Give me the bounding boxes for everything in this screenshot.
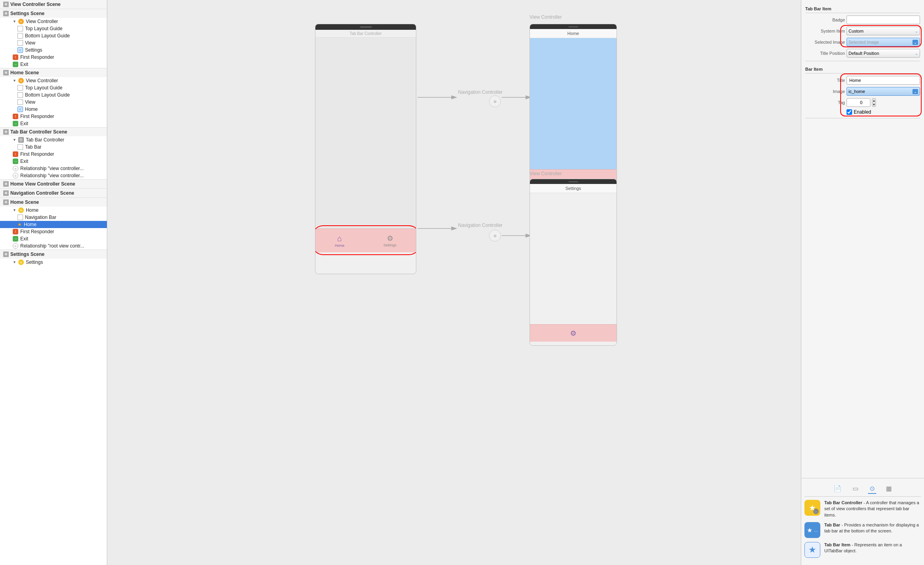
info-icon-tab-bar: ★ … — [804, 522, 820, 538]
icon-first-responder: ! — [13, 54, 18, 60]
title-position-label: Title Position — [805, 51, 845, 56]
scene-settings[interactable]: ⊞ Settings Scene — [0, 9, 107, 18]
tree-exit-settings[interactable]: → Exit — [0, 61, 107, 68]
arrow-to-nav2 — [418, 223, 457, 234]
badge-input[interactable] — [849, 17, 917, 22]
tree-top-layout-guide-home[interactable]: Top Layout Guide — [0, 84, 107, 91]
info-tab-bar: ★ … Tab Bar - Provides a mechanism for d… — [804, 522, 921, 538]
tree-tab-bar-controller[interactable]: ▼ ☰ Tab Bar Controller — [0, 136, 107, 143]
info-tab-bar-item: ★ Tab Bar Item - Represents an item on a… — [804, 542, 921, 558]
tree-exit-home[interactable]: → Exit — [0, 120, 107, 127]
tree-home-item[interactable]: ★ Home — [0, 221, 107, 228]
icon-tabs: 📄 ▭ ⊙ ▦ — [804, 482, 921, 497]
scene-home2[interactable]: ⊞ Home Scene — [0, 197, 107, 207]
scene-nav-ctrl[interactable]: ⊞ Navigation Controller Scene — [0, 188, 107, 197]
scene-settings2[interactable]: ⊞ Settings Scene — [0, 250, 107, 259]
scene-tab-bar-controller[interactable]: ⊞ Tab Bar Controller Scene — [0, 127, 107, 136]
tree-view-controller-home[interactable]: ▼ V View Controller — [0, 77, 107, 84]
tag-input[interactable] — [847, 98, 870, 107]
title-field[interactable]: Home — [847, 76, 920, 85]
stepper-down-button[interactable]: ▼ — [872, 103, 876, 106]
svg-marker-3 — [451, 226, 457, 230]
iphone-tab-bar-ctrl: Tab Bar Controller ⌂ Home ⚙ Settings — [315, 24, 416, 274]
tree-view-controller-settings[interactable]: ▼ V View Controller — [0, 18, 107, 25]
tree-exit-home2[interactable]: → Exit — [0, 235, 107, 242]
iphone-home: Home — [530, 24, 617, 191]
arrow-to-home — [502, 91, 532, 103]
right-panel: Tab Bar Item Badge System Item Custom ⌄ … — [801, 0, 924, 565]
left-panel: ⊞ View Controller Scene ⊞ Settings Scene… — [0, 0, 107, 565]
tree-rel1[interactable]: ○ Relationship "view controller... — [0, 165, 107, 172]
image-label: Image — [805, 89, 845, 94]
system-item-row: System Item Custom ⌄ — [805, 27, 920, 35]
nav-circle2: ⊗ — [489, 230, 501, 242]
section-tab-bar-item: Tab Bar Item — [805, 4, 920, 13]
tree-nav-bar[interactable]: Navigation Bar — [0, 214, 107, 221]
tree-top-layout-guide-settings[interactable]: Top Layout Guide — [0, 25, 107, 32]
tree-settings2[interactable]: ▼ N Settings — [0, 259, 107, 266]
selected-image-select[interactable]: Selected Image ⌄ — [847, 38, 920, 46]
icon-tab-bar-ctrl: ☰ — [18, 137, 24, 143]
title-position-select[interactable]: Default Position ⌄ — [847, 49, 920, 58]
tree-home-nav[interactable]: < Home — [0, 106, 107, 113]
tab-circle-icon[interactable]: ⊙ — [868, 484, 876, 494]
inspector-bottom: 📄 ▭ ⊙ ▦ ★ … Tab Bar Controller - A contr… — [801, 478, 924, 565]
iphone-settings: Settings ⚙ — [530, 179, 617, 346]
selected-image-label: Selected Image — [805, 40, 845, 45]
stepper-up-button[interactable]: ▲ — [872, 99, 876, 103]
icon-nav: < — [17, 47, 23, 53]
badge-row: Badge — [805, 15, 920, 24]
scene-icon: ⊞ — [3, 129, 9, 135]
tab-view-icon[interactable]: ▭ — [851, 484, 860, 494]
scene-home-vc[interactable]: ⊞ Home View Controller Scene — [0, 179, 107, 188]
tree-rel-root[interactable]: ○ Relationship "root view contr... — [0, 242, 107, 250]
info-text-tab-bar-item: Tab Bar Item - Represents an item on a U… — [824, 542, 921, 554]
canvas: Tab Bar Controller Tab Bar Controller ⌂ … — [107, 0, 801, 565]
icon-home-nav: N — [18, 207, 24, 213]
tab-settings[interactable]: ⚙ Settings — [383, 234, 396, 247]
badge-field[interactable] — [847, 15, 920, 24]
icon-nav: < — [17, 106, 23, 112]
chevron-down-icon: ⌄ — [915, 51, 918, 56]
tree-bottom-layout-guide-settings[interactable]: Bottom Layout Guide — [0, 32, 107, 39]
scene-home[interactable]: ⊞ Home Scene — [0, 68, 107, 77]
tree-exit-tab[interactable]: → Exit — [0, 158, 107, 165]
tag-stepper[interactable]: ▲ ▼ — [872, 98, 876, 107]
scene-view-controller[interactable]: ⊞ View Controller Scene — [0, 0, 107, 9]
chevron-down-icon: ⌄ — [912, 40, 918, 45]
tab-home[interactable]: ⌂ Home — [335, 234, 344, 248]
tree-settings-nav[interactable]: < Settings — [0, 46, 107, 54]
icon-exit: → — [13, 159, 18, 164]
info-text-tab-bar-ctrl: Tab Bar Controller - A controller that m… — [824, 500, 921, 518]
arrow-to-settings — [502, 230, 532, 242]
scene-icon: ⊞ — [3, 199, 9, 205]
system-item-label: System Item — [805, 29, 845, 33]
tree-first-responder-settings[interactable]: ! First Responder — [0, 54, 107, 61]
system-item-select[interactable]: Custom ⌄ — [847, 27, 920, 35]
tree-bottom-layout-guide-home[interactable]: Bottom Layout Guide — [0, 91, 107, 99]
info-icon-tab-bar-item: ★ — [804, 542, 820, 558]
title-position-row: Title Position Default Position ⌄ — [805, 49, 920, 58]
tree-view-settings[interactable]: View — [0, 39, 107, 46]
tree-rel2[interactable]: ○ Relationship "view controller... — [0, 172, 107, 179]
tree-tab-bar[interactable]: Tab Bar — [0, 143, 107, 151]
enabled-text: Enabled — [854, 109, 871, 115]
tab-table-icon[interactable]: ▦ — [884, 484, 893, 494]
title-row: Title Home — [805, 76, 920, 85]
tree-home2[interactable]: ▼ N Home — [0, 207, 107, 214]
tree-first-responder-tab[interactable]: ! First Responder — [0, 151, 107, 158]
enabled-checkbox[interactable] — [847, 109, 852, 115]
scene-icon: ⊞ — [3, 190, 9, 196]
tree-view-home[interactable]: View — [0, 99, 107, 106]
icon-exit: → — [13, 236, 18, 242]
scene-icon: ⊞ — [3, 252, 9, 257]
enabled-row: Enabled — [805, 109, 920, 115]
tree-first-responder-home2[interactable]: ! First Responder — [0, 228, 107, 235]
tab-doc-icon[interactable]: 📄 — [832, 484, 843, 494]
icon-first-responder: ! — [13, 229, 18, 234]
tree-first-responder-home[interactable]: ! First Responder — [0, 113, 107, 120]
tab-bar-mock[interactable]: ⌂ Home ⚙ Settings — [315, 228, 416, 252]
image-select[interactable]: ic_home ⌄ — [847, 87, 920, 96]
info-tab-bar-controller: ★ … Tab Bar Controller - A controller th… — [804, 500, 921, 518]
info-icon-tab-bar-ctrl: ★ … — [804, 500, 820, 516]
